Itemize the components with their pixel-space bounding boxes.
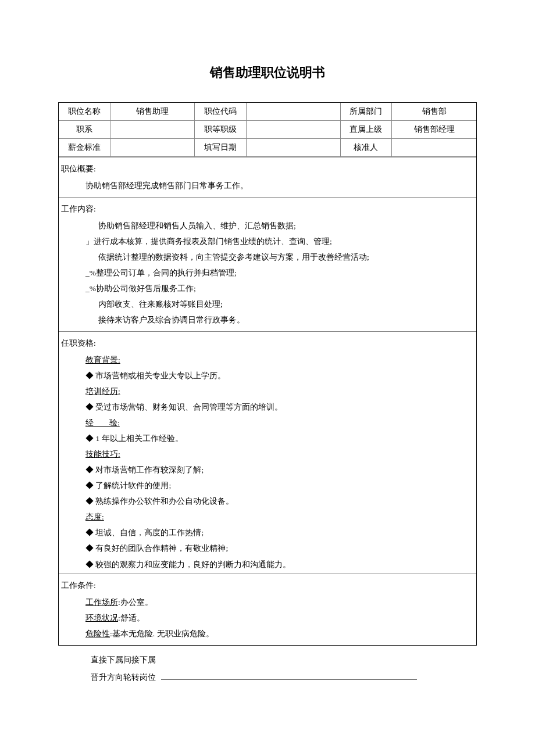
cond-heading-workplace: 工作场所 [85,598,118,607]
lbl-position-code: 职位代码 [195,103,247,121]
content-line: 依据统计整理的数据资料，向主管提交参考建议与方案，用于改善经营活动; [61,249,472,265]
table-row: 薪金标准 填写日期 核准人 [59,139,476,157]
lbl-approver: 核准人 [340,139,392,157]
table-row: 职系 职等职级 直属上级 销售部经理 [59,121,476,139]
header-table: 职位名称 销售助理 职位代码 所属部门 销售部 职系 职等职级 直属上级 销售部… [59,103,476,157]
lbl-fill-date: 填写日期 [195,139,247,157]
val-position-name: 销售助理 [110,103,195,121]
form-container: 职位名称 销售助理 职位代码 所属部门 销售部 职系 职等职级 直属上级 销售部… [58,102,477,646]
footer-line-subordinates: 直接下属间接下属 [91,651,477,669]
val-position-code [247,103,340,121]
lbl-salary: 薪金标准 [59,139,110,157]
content-line: 协助销售部经理和销售人员输入、维护、汇总销售数据; [61,218,472,234]
overview-label: 职位概要: [61,161,472,177]
cond-value-risk: :基本无危险. 无职业病危险。 [110,629,214,638]
cond-heading-risk: 危险性 [85,629,110,638]
section-content: 工作内容: 协助销售部经理和销售人员输入、维护、汇总销售数据; 」进行成本核算，… [59,197,476,331]
qual-item: ◆ 市场营销或相关专业大专以上学历。 [61,368,472,384]
page-title: 销售助理职位说明书 [58,64,477,81]
val-salary [110,139,195,157]
val-job-series [110,121,195,139]
val-grade [247,121,340,139]
section-qualifications: 任职资格: 教育背景: ◆ 市场营销或相关专业大专以上学历。 培训经历: ◆ 受… [59,331,476,574]
content-line: _%整理公司订单，合同的执行并归档管理; [61,265,472,281]
val-department: 销售部 [392,103,476,121]
qual-heading-attitude: 态度: [85,513,104,521]
content-line: 」进行成本核算，提供商务报表及部门销售业绩的统计、查询、管理; [61,234,472,249]
qual-item: ◆ 熟练操作办公软件和办公自动化设备。 [61,493,472,509]
table-row: 职位名称 销售助理 职位代码 所属部门 销售部 [59,103,476,121]
content-label: 工作内容: [61,201,472,217]
cond-value-workplace: :办公室。 [118,598,153,607]
qual-item: ◆ 有良好的团队合作精神，有敬业精神; [61,540,472,556]
qual-item: ◆ 1 年以上相关工作经验。 [61,431,472,446]
qual-item: ◆ 对市场营销工作有较深刻了解; [61,462,472,478]
blank-line [161,672,417,680]
lbl-position-name: 职位名称 [59,103,110,121]
qual-heading-education: 教育背景: [85,356,120,364]
content-line: _%协助公司做好售后服务工作; [61,281,472,296]
val-fill-date [247,139,340,157]
cond-value-environment: :舒适。 [118,614,145,622]
lbl-department: 所属部门 [340,103,392,121]
lbl-job-series: 职系 [59,121,110,139]
val-approver [392,139,476,157]
qual-label: 任职资格: [61,335,472,351]
val-supervisor: 销售部经理 [392,121,476,139]
qual-item-clipped: ◆ 较强的观察力和应变能力，良好的判断力和沟通能力。 [61,560,472,570]
qual-item: ◆ 坦诚、自信，高度的工作热情; [61,525,472,540]
qual-item: ◆ 了解统计软件的使用; [61,478,472,493]
lbl-grade: 职等职级 [195,121,247,139]
cond-heading-environment: 环境状况 [85,614,118,622]
lbl-supervisor: 直属上级 [340,121,392,139]
qual-item: ◆ 受过市场营销、财务知识、合同管理等方面的培训。 [61,399,472,415]
content-line: 内部收支、往来账核对等账目处理; [61,296,472,312]
section-conditions: 工作条件: 工作场所:办公室。 环境状况:舒适。 危险性:基本无危险. 无职业病… [59,574,476,645]
content-line: 接待来访客户及综合协调日常行政事务。 [61,312,472,328]
overview-text: 协助销售部经理完成销售部门日常事务工作。 [61,178,472,194]
qual-heading-training: 培训经历: [85,387,120,396]
qual-heading-experience: 经 验: [85,418,120,427]
cond-label: 工作条件: [61,578,472,593]
section-overview: 职位概要: 协助销售部经理完成销售部门日常事务工作。 [59,157,476,197]
qual-heading-skills: 技能技巧: [85,450,120,458]
footer-block: 直接下属间接下属 晋升方向轮转岗位 [58,646,477,686]
footer-line-promotion: 晋升方向轮转岗位 [91,673,156,682]
